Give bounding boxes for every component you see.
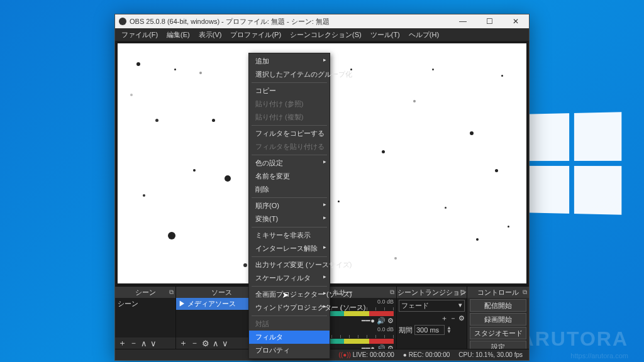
popout-icon[interactable]: ⧉ bbox=[169, 288, 174, 296]
preview-dot bbox=[476, 238, 479, 241]
minimize-button[interactable]: ― bbox=[450, 14, 476, 28]
preview-dot bbox=[155, 119, 158, 122]
preview-dot bbox=[199, 72, 202, 74]
control-button[interactable]: スタジオモード bbox=[470, 327, 526, 339]
titlebar[interactable]: OBS 25.0.8 (64-bit, windows) - プロファイル: 無… bbox=[115, 14, 529, 28]
context-menu-item[interactable]: 変換(T) bbox=[249, 212, 330, 226]
preview-dot bbox=[136, 62, 140, 66]
menu-item[interactable]: シーンコレクション(S) bbox=[286, 30, 365, 40]
transition-select[interactable]: フェード▾ bbox=[399, 300, 465, 312]
preview-dot bbox=[168, 232, 175, 239]
preview-dot bbox=[243, 263, 247, 267]
source-context-menu[interactable]: 追加選択したアイテムのグループ化コピー貼り付け (参照)貼り付け (複製)フィル… bbox=[248, 53, 330, 359]
context-menu-item[interactable]: 全画面プロジェクター (ソース) bbox=[249, 288, 330, 301]
context-menu-item: 貼り付け (複製) bbox=[249, 111, 330, 124]
source-settings-button[interactable]: ⚙ bbox=[201, 339, 211, 348]
source-up-button[interactable]: ∧ bbox=[211, 339, 220, 348]
preview-dot bbox=[193, 169, 196, 172]
control-button[interactable]: 録画開始 bbox=[470, 313, 526, 326]
context-menu-item[interactable]: コピー bbox=[249, 84, 330, 97]
mixer-db-value: 0.0 dB bbox=[377, 299, 394, 305]
scene-item[interactable]: シーン bbox=[115, 298, 175, 310]
duration-input[interactable] bbox=[414, 325, 445, 335]
scene-up-button[interactable]: ∧ bbox=[140, 339, 148, 348]
mute-button[interactable]: 🔊 bbox=[377, 317, 386, 324]
preview-dot bbox=[508, 226, 509, 228]
control-button[interactable]: 設定 bbox=[470, 341, 526, 349]
transitions-title: シーントランジション bbox=[397, 288, 467, 297]
menu-item[interactable]: ツール(T) bbox=[367, 30, 404, 40]
window-title: OBS 25.0.8 (64-bit, windows) - プロファイル: 無… bbox=[130, 17, 330, 26]
context-menu-item[interactable]: フィルタをコピーする bbox=[249, 127, 330, 140]
mixer-db-value: 0.0 dB bbox=[377, 326, 394, 332]
preview-dot bbox=[338, 200, 340, 202]
context-menu-item[interactable]: 選択したアイテムのグループ化 bbox=[249, 68, 330, 81]
menu-item[interactable]: ヘルプ(H) bbox=[405, 30, 443, 40]
scene-down-button[interactable]: ∨ bbox=[149, 339, 158, 348]
watermark-url: https://arutora.com bbox=[570, 352, 628, 359]
obs-app-icon bbox=[119, 18, 126, 25]
menu-item[interactable]: ファイル(F) bbox=[118, 30, 162, 40]
context-menu-item[interactable]: ウィンドウプロジェクター (ソース) bbox=[249, 301, 330, 314]
watermark-text: ARUTORA bbox=[519, 327, 628, 351]
context-menu-item[interactable]: 色の設定 bbox=[249, 156, 330, 170]
context-menu-item[interactable]: フィルタ bbox=[249, 331, 330, 344]
context-menu-item: フィルタを貼り付ける bbox=[249, 140, 330, 153]
preview-dot bbox=[445, 207, 447, 209]
rec-status: ● REC: 00:00:00 bbox=[403, 351, 450, 358]
maximize-button[interactable]: ☐ bbox=[476, 14, 502, 28]
menubar[interactable]: ファイル(F)編集(E)表示(V)プロファイル(P)シーンコレクション(S)ツー… bbox=[115, 28, 529, 41]
context-menu-item[interactable]: スケールフィルタ bbox=[249, 272, 330, 285]
preview-dot bbox=[501, 75, 503, 77]
mixer-settings-button[interactable]: ⚙ bbox=[387, 317, 394, 324]
add-source-button[interactable]: ＋ bbox=[178, 337, 189, 349]
context-menu-item[interactable]: プロパティ bbox=[249, 344, 330, 357]
mixer-settings-button[interactable]: ⚙ bbox=[387, 344, 394, 349]
context-menu-item: 対話 bbox=[249, 317, 330, 331]
context-menu-item[interactable]: 削除 bbox=[249, 183, 330, 196]
duration-label: 期間 bbox=[399, 326, 413, 335]
control-button[interactable]: 配信開始 bbox=[470, 299, 526, 312]
preview-dot bbox=[432, 69, 434, 70]
preview-dot bbox=[130, 94, 133, 96]
mute-button[interactable]: 🔊 bbox=[377, 344, 386, 349]
volume-slider[interactable]: ━━● bbox=[362, 317, 375, 324]
preview-dot bbox=[174, 69, 176, 70]
menu-item[interactable]: プロファイル(P) bbox=[226, 30, 285, 40]
popout-icon[interactable]: ⧉ bbox=[523, 288, 527, 296]
close-button[interactable]: ✕ bbox=[502, 14, 529, 28]
context-menu-item[interactable]: インターレース解除 bbox=[249, 242, 330, 255]
context-menu-item[interactable]: ミキサーを非表示 bbox=[249, 229, 330, 242]
remove-source-button[interactable]: － bbox=[189, 337, 200, 349]
duration-stepper[interactable]: ▲▼ bbox=[447, 326, 452, 334]
live-status: ((●)) LIVE: 00:00:00 bbox=[339, 351, 394, 358]
scenes-title: シーン bbox=[135, 288, 156, 297]
context-menu-item[interactable]: 追加 bbox=[249, 55, 330, 68]
preview-dot bbox=[225, 175, 231, 182]
transitions-panel: シーントランジション⧉ フェード▾ ＋ － ⚙ 期間 ▲▼ bbox=[397, 287, 467, 349]
volume-slider[interactable]: ━━● bbox=[362, 344, 375, 349]
preview-dot bbox=[143, 194, 145, 197]
sources-title: ソース bbox=[211, 288, 232, 297]
cpu-status: CPU: 10.1%, 30.00 fps bbox=[458, 351, 523, 358]
remove-scene-button[interactable]: － bbox=[128, 337, 139, 349]
source-down-button[interactable]: ∨ bbox=[221, 339, 230, 348]
menu-item[interactable]: 編集(E) bbox=[163, 30, 194, 40]
context-menu-item[interactable]: 名前を変更 bbox=[249, 170, 330, 183]
preview-dot bbox=[212, 119, 215, 122]
preview-dot bbox=[413, 100, 416, 102]
trans-remove-button[interactable]: － bbox=[450, 314, 457, 323]
context-menu-item[interactable]: 順序(O) bbox=[249, 199, 330, 212]
preview-dot bbox=[382, 150, 385, 153]
popout-icon[interactable]: ⧉ bbox=[390, 288, 394, 296]
context-menu-item: 貼り付け (参照) bbox=[249, 97, 330, 111]
trans-add-button[interactable]: ＋ bbox=[441, 314, 448, 323]
scenes-panel: シーン⧉ シーン ＋ － ∧ ∨ bbox=[115, 287, 176, 349]
popout-icon[interactable]: ⧉ bbox=[460, 288, 465, 296]
menu-item[interactable]: 表示(V) bbox=[195, 30, 226, 40]
trans-settings-button[interactable]: ⚙ bbox=[458, 314, 465, 322]
preview-dot bbox=[495, 169, 498, 172]
windows-logo bbox=[524, 112, 621, 215]
add-scene-button[interactable]: ＋ bbox=[117, 337, 128, 349]
context-menu-item[interactable]: 出力サイズ変更 (ソースサイズ) bbox=[249, 258, 330, 272]
